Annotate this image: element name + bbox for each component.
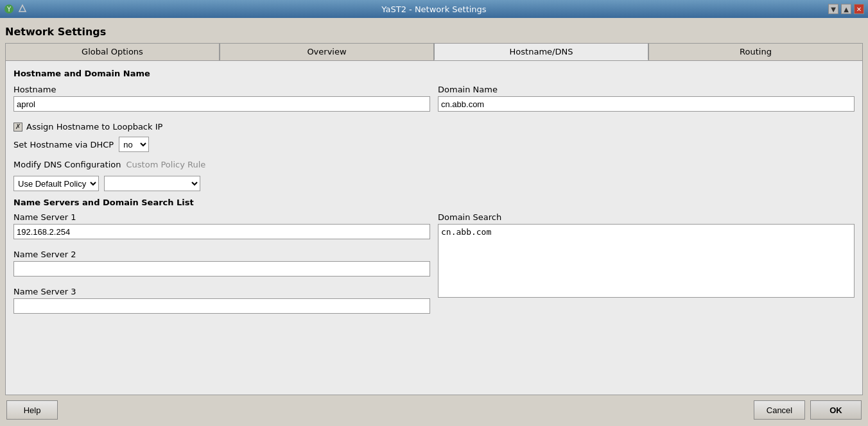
ns2-group: Name Server 2 <box>13 250 430 277</box>
tab-global-options[interactable]: Global Options <box>5 43 220 60</box>
ns1-label: Name Server 1 <box>13 212 430 222</box>
domain-col: Domain Name <box>438 85 855 117</box>
nameservers-section-title: Name Servers and Domain Search List <box>13 198 855 207</box>
hostname-input[interactable] <box>13 96 430 112</box>
ns2-label: Name Server 2 <box>13 250 430 259</box>
nameserver-inputs: Name Server 1 Name Server 2 Name Server … <box>13 212 430 319</box>
help-button[interactable]: Help <box>6 400 58 420</box>
nameservers-domain-row: Name Server 1 Name Server 2 Name Server … <box>13 212 855 319</box>
domain-search-label: Domain Search <box>438 212 855 222</box>
titlebar-extra-icon <box>18 4 27 15</box>
tabs: Global Options Overview Hostname/DNS Rou… <box>5 43 863 61</box>
tab-routing[interactable]: Routing <box>648 43 863 60</box>
titlebar-center: YaST2 - Network Settings <box>0 4 868 14</box>
hostname-section-title: Hostname and Domain Name <box>13 69 855 78</box>
titlebar-buttons: ▼ ▲ ✕ <box>828 4 864 14</box>
ns2-input[interactable] <box>13 261 430 277</box>
right-buttons: Cancel OK <box>754 400 862 420</box>
domain-search-textarea[interactable]: cn.abb.com <box>438 224 855 298</box>
hostname-group: Hostname <box>13 85 430 112</box>
ns1-group: Name Server 1 <box>13 212 430 239</box>
titlebar: Y YaST2 - Network Settings ▼ ▲ ✕ <box>0 0 868 18</box>
dns-section: Modify DNS Configuration Custom Policy R… <box>13 160 855 191</box>
hostname-col: Hostname <box>13 85 430 117</box>
domain-label: Domain Name <box>438 85 855 94</box>
ok-button[interactable]: OK <box>810 400 862 420</box>
set-hostname-select[interactable]: no yes any <box>119 137 149 152</box>
hostname-label: Hostname <box>13 85 430 94</box>
dns-select-row: Use Default Policy Custom Policy <box>13 176 855 191</box>
set-hostname-label: Set Hostname via DHCP <box>13 140 114 149</box>
assign-hostname-label: Assign Hostname to Loopback IP <box>26 122 162 132</box>
custom-policy-select[interactable] <box>104 176 200 191</box>
minimize-button[interactable]: ▼ <box>828 4 838 14</box>
dhcp-row: Set Hostname via DHCP no yes any <box>13 137 855 152</box>
content-area: Hostname and Domain Name Hostname Domain… <box>5 61 863 395</box>
restore-button[interactable]: ▲ <box>841 4 851 14</box>
cancel-button[interactable]: Cancel <box>754 400 805 420</box>
domain-group: Domain Name <box>438 85 855 112</box>
nameservers-col: Name Server 1 Name Server 2 Name Server … <box>13 212 430 319</box>
svg-text:Y: Y <box>6 6 12 13</box>
titlebar-left: Y <box>4 4 27 15</box>
modify-dns-label: Modify DNS Configuration <box>13 160 121 169</box>
main-window: Network Settings Global Options Overview… <box>0 18 868 426</box>
domain-input[interactable] <box>438 96 855 112</box>
close-button[interactable]: ✕ <box>854 4 864 14</box>
ns1-input[interactable] <box>13 224 430 239</box>
ns3-input[interactable] <box>13 298 430 314</box>
tab-hostname-dns[interactable]: Hostname/DNS <box>434 43 648 60</box>
custom-policy-label: Custom Policy Rule <box>126 160 206 169</box>
svg-marker-2 <box>19 5 26 12</box>
hostname-domain-row: Hostname Domain Name <box>13 85 855 117</box>
domain-search-col: Domain Search cn.abb.com <box>438 212 855 319</box>
bottom-bar: Help Cancel OK <box>5 395 863 421</box>
window-title: Network Settings <box>5 23 863 43</box>
assign-hostname-checkbox[interactable]: ✗ <box>13 123 22 132</box>
titlebar-title: YaST2 - Network Settings <box>381 4 486 14</box>
app-icon: Y <box>4 4 14 14</box>
assign-hostname-row: ✗ Assign Hostname to Loopback IP <box>13 122 855 132</box>
ns3-label: Name Server 3 <box>13 287 430 296</box>
domain-search-group: Domain Search cn.abb.com <box>438 212 855 300</box>
ns3-group: Name Server 3 <box>13 287 430 314</box>
policy-select[interactable]: Use Default Policy Custom Policy <box>13 176 99 191</box>
dns-policy-row: Modify DNS Configuration Custom Policy R… <box>13 160 855 169</box>
tab-overview[interactable]: Overview <box>220 43 434 60</box>
